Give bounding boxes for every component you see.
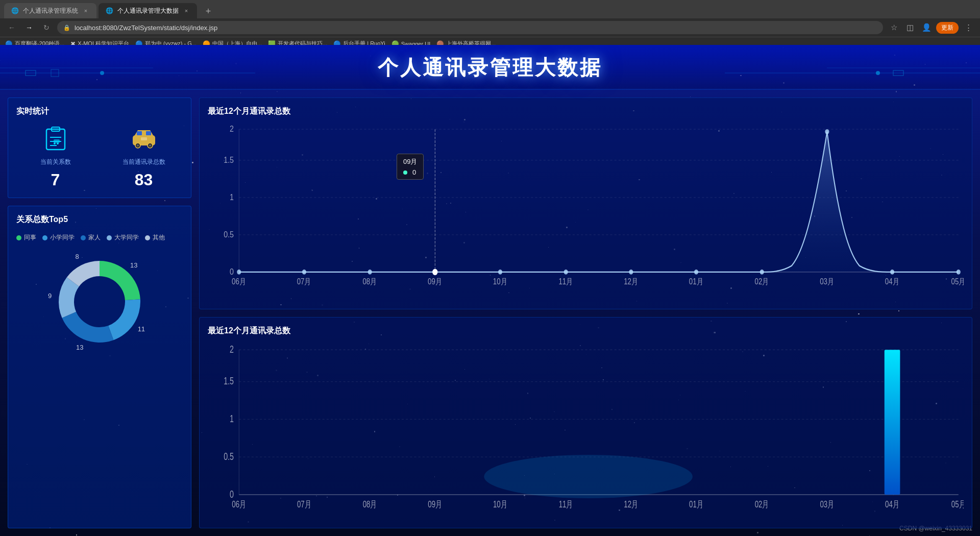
legend-label-2: 家人 bbox=[88, 233, 101, 242]
svg-text:03月: 03月 bbox=[820, 277, 834, 286]
new-tab-button[interactable]: + bbox=[201, 4, 215, 18]
nav-right: ☆ ◫ 👤 更新 ⋮ bbox=[887, 21, 975, 34]
svg-text:09月: 09月 bbox=[428, 277, 442, 286]
tab-2[interactable]: 🌐 个人通讯录管理大数据 × bbox=[99, 3, 197, 18]
donut-segment-1 bbox=[108, 299, 140, 340]
svg-point-51 bbox=[302, 270, 306, 275]
svg-point-58 bbox=[760, 270, 764, 275]
svg-text:05月: 05月 bbox=[951, 277, 964, 286]
main-content: 实时统计 bbox=[0, 90, 980, 536]
dashboard-header: 个人通讯录管理大数据 bbox=[0, 45, 980, 90]
svg-text:07月: 07月 bbox=[297, 499, 311, 509]
svg-text:0: 0 bbox=[230, 488, 234, 500]
address-text: localhost:8080/ZwzTelSystem/static/dsj/i… bbox=[75, 24, 217, 32]
donut-segment-2 bbox=[62, 312, 114, 343]
svg-text:11月: 11月 bbox=[559, 499, 573, 509]
tab-title-1: 个人通讯录管理系统 bbox=[23, 7, 78, 15]
svg-text:10月: 10月 bbox=[493, 499, 507, 509]
tab-bar: 🌐 个人通讯录管理系统 × 🌐 个人通讯录管理大数据 × + bbox=[0, 0, 980, 18]
tab-close-2[interactable]: × bbox=[183, 7, 190, 14]
svg-point-52 bbox=[368, 270, 372, 275]
svg-point-61 bbox=[957, 270, 961, 275]
left-panel: 实时统计 bbox=[8, 98, 191, 528]
address-bar[interactable]: 🔒 localhost:8080/ZwzTelSystem/static/dsj… bbox=[57, 21, 883, 34]
svg-rect-26 bbox=[141, 137, 147, 140]
svg-point-25 bbox=[149, 144, 151, 147]
legend-item-1: 小学同学 bbox=[42, 233, 75, 242]
refresh-button[interactable]: ↻ bbox=[40, 21, 53, 34]
svg-text:10月: 10月 bbox=[493, 277, 507, 286]
svg-text:2: 2 bbox=[230, 343, 234, 355]
relations-icon bbox=[41, 125, 70, 154]
svg-text:1: 1 bbox=[230, 192, 234, 202]
tab-favicon-1: 🌐 bbox=[11, 7, 19, 14]
chart-card-2: 最近12个月通讯录总数 0 0.5 1 1.5 2 bbox=[199, 317, 972, 529]
stats-grid: 当前关系数 7 bbox=[16, 125, 183, 189]
svg-point-50 bbox=[237, 270, 241, 275]
svg-text:1: 1 bbox=[230, 412, 234, 424]
chart1-area: 0 0.5 1 1.5 2 06月 07月 08月 bbox=[208, 123, 964, 297]
chart-card-1: 最近12个月通讯录总数 0 0.5 1 1.5 2 bbox=[199, 98, 972, 309]
bookmark-star-button[interactable]: ☆ bbox=[887, 21, 900, 34]
update-button[interactable]: 更新 bbox=[936, 22, 959, 34]
svg-point-23 bbox=[137, 144, 139, 147]
svg-point-57 bbox=[694, 270, 698, 275]
relations-card: 关系总数Top5 同事 小学同学 家人 bbox=[8, 206, 191, 528]
extensions-button[interactable]: ◫ bbox=[903, 21, 917, 34]
menu-button[interactable]: ⋮ bbox=[962, 21, 975, 34]
svg-text:02月: 02月 bbox=[755, 499, 769, 509]
svg-text:0.5: 0.5 bbox=[224, 230, 234, 239]
stats-card-title: 实时统计 bbox=[16, 106, 183, 117]
header-circuit-svg bbox=[0, 45, 980, 90]
browser-chrome: 🌐 个人通讯录管理系统 × 🌐 个人通讯录管理大数据 × + ← → ↻ 🔒 l… bbox=[0, 0, 980, 45]
legend-item-0: 同事 bbox=[16, 233, 36, 242]
dashboard: 个人通讯录管理大数据 实时统计 bbox=[0, 45, 980, 536]
contacts-icon bbox=[130, 125, 158, 154]
donut-label-3: 9 bbox=[48, 292, 52, 300]
svg-text:1.5: 1.5 bbox=[224, 155, 234, 164]
stat2-label: 当前通讯录总数 bbox=[122, 158, 165, 166]
svg-rect-15 bbox=[54, 139, 60, 143]
svg-text:04月: 04月 bbox=[885, 499, 899, 509]
svg-point-17 bbox=[57, 142, 59, 144]
legend: 同事 小学同学 家人 大学同学 bbox=[16, 233, 183, 242]
svg-point-60 bbox=[890, 270, 894, 275]
svg-text:02月: 02月 bbox=[755, 277, 769, 286]
donut-label-4: 8 bbox=[75, 253, 79, 260]
svg-rect-87 bbox=[885, 350, 900, 495]
svg-point-88 bbox=[484, 454, 693, 498]
stat1-value: 7 bbox=[51, 170, 60, 189]
tab-title-2: 个人通讯录管理大数据 bbox=[117, 7, 179, 15]
svg-text:06月: 06月 bbox=[232, 499, 246, 509]
tab-close-1[interactable]: × bbox=[82, 7, 89, 14]
donut-label-2: 13 bbox=[76, 344, 83, 350]
svg-point-55 bbox=[564, 270, 568, 275]
svg-point-8 bbox=[876, 71, 880, 75]
forward-button[interactable]: → bbox=[22, 21, 36, 34]
svg-text:03月: 03月 bbox=[820, 499, 834, 509]
tab-1[interactable]: 🌐 个人通讯录管理系统 × bbox=[4, 3, 96, 18]
line-chart-svg: 0 0.5 1 1.5 2 06月 07月 08月 bbox=[208, 123, 964, 297]
chart2-title: 最近12个月通讯录总数 bbox=[208, 326, 964, 336]
legend-label-4: 其他 bbox=[153, 233, 165, 242]
svg-text:0: 0 bbox=[230, 267, 234, 276]
legend-label-1: 小学同学 bbox=[50, 233, 75, 242]
svg-text:11月: 11月 bbox=[558, 277, 573, 286]
svg-text:1.5: 1.5 bbox=[224, 375, 234, 386]
svg-text:12月: 12月 bbox=[624, 277, 638, 286]
bar-chart-svg: 0 0.5 1 1.5 2 06月 07月 08月 bbox=[208, 343, 964, 517]
legend-dot-0 bbox=[16, 235, 21, 240]
svg-rect-20 bbox=[137, 131, 142, 135]
donut-label-1: 11 bbox=[138, 325, 145, 333]
chart2-area: 0 0.5 1 1.5 2 06月 07月 08月 bbox=[208, 343, 964, 517]
svg-text:2: 2 bbox=[230, 124, 234, 133]
profile-button[interactable]: 👤 bbox=[920, 21, 933, 34]
header-decoration bbox=[0, 45, 980, 90]
legend-item-2: 家人 bbox=[81, 233, 101, 242]
donut-label-0: 13 bbox=[130, 261, 137, 269]
back-button[interactable]: ← bbox=[5, 21, 18, 34]
svg-point-54 bbox=[498, 270, 502, 275]
svg-point-16 bbox=[54, 142, 56, 144]
tab-favicon-2: 🌐 bbox=[106, 7, 113, 14]
svg-text:09月: 09月 bbox=[428, 499, 442, 509]
